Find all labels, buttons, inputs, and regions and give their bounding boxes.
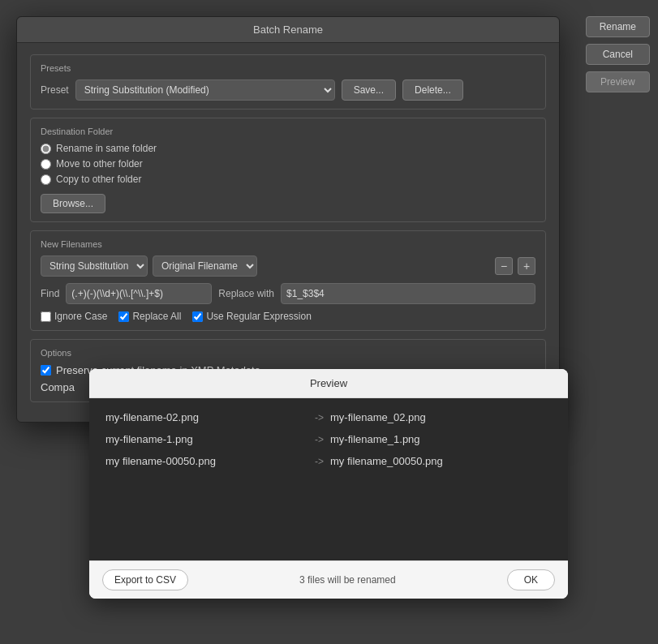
presets-row: Preset String Substitution (Modified) Sa… [41, 79, 535, 101]
export-csv-button[interactable]: Export to CSV [102, 569, 188, 590]
radio-same-folder: Rename in same folder [41, 143, 535, 154]
preview-original-1: my-filename-02.png [105, 411, 308, 423]
replace-all-item: Replace All [118, 311, 181, 322]
radio-same-input[interactable] [41, 144, 51, 154]
destination-section: Destination Folder Rename in same folder… [30, 118, 546, 222]
preview-button[interactable]: Preview [586, 71, 650, 92]
presets-label: Presets [41, 63, 535, 73]
ok-button[interactable]: OK [507, 569, 555, 590]
ignore-case-item: Ignore Case [41, 311, 107, 322]
radio-move-folder: Move to other folder [41, 158, 535, 170]
options-label: Options [41, 348, 535, 358]
preview-row-2: my-filename-1.png -> my-filename_1.png [105, 433, 552, 445]
preview-footer: Export to CSV 3 files will be renamed OK [89, 560, 568, 599]
replace-all-checkbox[interactable] [118, 311, 129, 322]
preview-row-1: my-filename-02.png -> my-filename_02.png [105, 411, 552, 423]
remove-rule-button[interactable]: − [495, 257, 513, 275]
radio-copy-folder: Copy to other folder [41, 174, 535, 185]
use-regex-checkbox[interactable] [192, 311, 203, 322]
dialog-title: Batch Rename [253, 24, 323, 36]
preview-arrow-1: -> [315, 412, 324, 423]
destination-label: Destination Folder [41, 127, 535, 136]
ignore-case-checkbox[interactable] [41, 311, 51, 322]
preview-original-3: my filename-00050.png [105, 455, 308, 467]
add-rule-button[interactable]: + [518, 257, 535, 275]
new-filenames-section: New Filenames String Substitution Origin… [30, 230, 546, 331]
find-input[interactable] [66, 283, 212, 304]
files-count: 3 files will be renamed [299, 574, 396, 586]
radio-move-label: Move to other folder [56, 158, 143, 170]
preview-titlebar: Preview [89, 369, 568, 398]
filename-type-select[interactable]: String Substitution Original Filename Se… [41, 255, 148, 277]
preview-original-2: my-filename-1.png [105, 433, 308, 445]
new-filenames-row: String Substitution Original Filename Se… [41, 255, 535, 277]
use-regex-label: Use Regular Expression [206, 311, 311, 322]
replace-all-label: Replace All [132, 311, 181, 322]
preset-select[interactable]: String Substitution (Modified) [75, 79, 335, 101]
rename-button[interactable]: Rename [586, 16, 650, 37]
preview-dialog: Preview my-filename-02.png -> my-filenam… [89, 369, 568, 599]
radio-move-input[interactable] [41, 159, 51, 170]
use-regex-item: Use Regular Expression [192, 311, 311, 322]
browse-button[interactable]: Browse... [41, 194, 105, 213]
presets-section: Presets Preset String Substitution (Modi… [30, 54, 546, 109]
right-buttons: Rename Cancel Preview [586, 16, 650, 92]
ignore-case-label: Ignore Case [54, 311, 107, 322]
new-filenames-label: New Filenames [41, 239, 535, 249]
preserve-xmp-checkbox[interactable] [41, 365, 51, 376]
delete-button[interactable]: Delete... [402, 79, 463, 101]
preview-renamed-3: my filename_00050.png [330, 455, 443, 467]
replace-input[interactable] [281, 283, 535, 304]
preview-renamed-2: my-filename_1.png [330, 433, 420, 445]
replace-label: Replace with [218, 288, 274, 299]
radio-same-label: Rename in same folder [56, 143, 157, 154]
preview-renamed-1: my-filename_02.png [330, 411, 426, 423]
preview-arrow-2: -> [315, 434, 324, 445]
compat-label: Compa [41, 381, 75, 393]
checkbox-row: Ignore Case Replace All Use Regular Expr… [41, 311, 535, 322]
dialog-body: Presets Preset String Substitution (Modi… [17, 43, 559, 422]
minus-plus-controls: − + [495, 257, 535, 275]
radio-copy-label: Copy to other folder [56, 174, 141, 185]
preview-content: my-filename-02.png -> my-filename_02.png… [89, 398, 568, 560]
preset-label: Preset [41, 84, 69, 96]
preview-title: Preview [310, 377, 347, 389]
preview-row-3: my filename-00050.png -> my filename_000… [105, 455, 552, 467]
find-label: Find [41, 288, 59, 299]
save-button[interactable]: Save... [342, 79, 396, 101]
radio-copy-input[interactable] [41, 174, 51, 185]
filename-source-select[interactable]: Original Filename Date/Time Metadata [153, 255, 257, 277]
find-replace-row: Find Replace with [41, 283, 535, 304]
preview-arrow-3: -> [315, 456, 324, 467]
dialog-titlebar: Batch Rename [17, 17, 559, 43]
batch-rename-dialog: Batch Rename Presets Preset String Subst… [16, 16, 560, 423]
cancel-button[interactable]: Cancel [586, 44, 650, 65]
